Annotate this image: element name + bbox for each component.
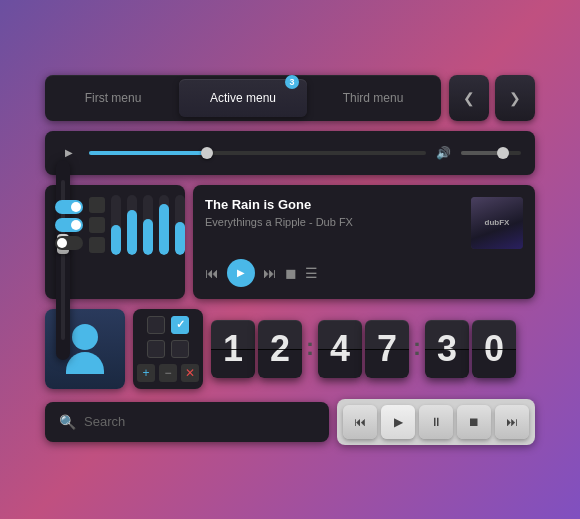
search-placeholder: Search bbox=[84, 414, 125, 429]
toggle-1 bbox=[55, 200, 83, 214]
tab-active-label: Active menu bbox=[210, 91, 276, 105]
flip-seconds: 3 0 bbox=[425, 320, 516, 378]
eq-bar-3[interactable] bbox=[143, 195, 153, 255]
nav-next-button[interactable]: ❯ bbox=[495, 75, 535, 121]
chevron-right-icon: ❯ bbox=[509, 90, 521, 106]
cb-actions: + − ✕ bbox=[137, 364, 199, 382]
search-bar[interactable]: 🔍 Search bbox=[45, 402, 329, 442]
flip-colon-2: : bbox=[413, 333, 421, 365]
nav-buttons: ❮ ❯ bbox=[449, 75, 535, 121]
mc-stop-button[interactable]: ⏹ bbox=[457, 405, 491, 439]
track-title: The Rain is Gone bbox=[205, 197, 461, 212]
toggle-switch-3[interactable] bbox=[55, 236, 83, 250]
toggle-knob-1 bbox=[71, 202, 81, 212]
media-bar: ▶ 🔊 bbox=[45, 131, 535, 175]
sq-btn-2[interactable] bbox=[89, 217, 105, 233]
checkbox-4[interactable] bbox=[171, 340, 189, 358]
flip-h1: 1 bbox=[223, 331, 243, 367]
eq-bar-2[interactable] bbox=[127, 195, 137, 255]
volume-track[interactable] bbox=[461, 151, 521, 155]
track-controls: ⏮ ▶ ⏭ ◼ ☰ bbox=[205, 259, 523, 287]
mc-fast-forward-button[interactable]: ⏭ bbox=[495, 405, 529, 439]
checkbox-3[interactable] bbox=[147, 340, 165, 358]
fast-forward-icon: ⏭ bbox=[506, 415, 518, 429]
toggle-switch-1[interactable] bbox=[55, 200, 83, 214]
flip-hours: 1 2 bbox=[211, 320, 302, 378]
stop-button[interactable]: ◼ bbox=[285, 265, 297, 281]
toggle-group bbox=[55, 200, 83, 250]
tab-third-label: Third menu bbox=[343, 91, 404, 105]
flip-sec-2: 0 bbox=[472, 320, 516, 378]
flip-h2: 2 bbox=[270, 331, 290, 367]
speaker-icon: 🔊 bbox=[436, 146, 451, 160]
rewind-icon: ⏮ bbox=[354, 415, 366, 429]
skip-forward-button[interactable]: ⏭ bbox=[263, 265, 277, 281]
eq-fill-5 bbox=[175, 222, 185, 255]
delete-button[interactable]: ✕ bbox=[181, 364, 199, 382]
mc-rewind-button[interactable]: ⏮ bbox=[343, 405, 377, 439]
avatar-icon-wrapper bbox=[66, 324, 104, 374]
eq-top bbox=[55, 195, 175, 255]
tab-third[interactable]: Third menu bbox=[309, 79, 437, 117]
eq-fill-3 bbox=[143, 219, 153, 255]
flip-hour-2: 2 bbox=[258, 320, 302, 378]
row-eq-track: The Rain is Gone Everythings a Ripple - … bbox=[45, 185, 535, 299]
eq-fill-4 bbox=[159, 204, 169, 255]
chevron-left-icon: ❮ bbox=[463, 90, 475, 106]
flip-s2: 0 bbox=[484, 331, 504, 367]
sq-btn-3[interactable] bbox=[89, 237, 105, 253]
avatar-head bbox=[72, 324, 98, 350]
toggle-knob-2 bbox=[71, 220, 81, 230]
volume-icon[interactable]: 🔊 bbox=[436, 146, 451, 160]
track-info-row: The Rain is Gone Everythings a Ripple - … bbox=[205, 197, 523, 249]
menu-button[interactable]: ☰ bbox=[305, 265, 318, 281]
checkbox-1[interactable] bbox=[147, 316, 165, 334]
toggle-switch-2[interactable] bbox=[55, 218, 83, 232]
flip-m2: 7 bbox=[377, 331, 397, 367]
tab-active[interactable]: Active menu 3 bbox=[179, 79, 307, 117]
album-text: dubFX bbox=[485, 218, 510, 228]
main-wrapper: First menu Active menu 3 Third menu ❮ ❯ bbox=[0, 0, 580, 519]
volume-thumb[interactable] bbox=[497, 147, 509, 159]
add-button[interactable]: + bbox=[137, 364, 155, 382]
flip-sec-1: 3 bbox=[425, 320, 469, 378]
play-button-main[interactable]: ▶ bbox=[227, 259, 255, 287]
flip-s1: 3 bbox=[437, 331, 457, 367]
flip-colon-1: : bbox=[306, 333, 314, 365]
progress-track[interactable] bbox=[89, 151, 426, 155]
flip-minutes: 4 7 bbox=[318, 320, 409, 378]
flip-clock: 1 2 : 4 7 : bbox=[211, 320, 516, 378]
tab-first[interactable]: First menu bbox=[49, 79, 177, 117]
album-art-inner: dubFX bbox=[471, 197, 523, 249]
eq-fill-1 bbox=[111, 225, 121, 255]
track-panel: The Rain is Gone Everythings a Ripple - … bbox=[193, 185, 535, 299]
play-icon: ▶ bbox=[394, 415, 403, 429]
row-tabs: First menu Active menu 3 Third menu ❮ ❯ bbox=[45, 75, 535, 121]
track-text: The Rain is Gone Everythings a Ripple - … bbox=[205, 197, 461, 228]
skip-back-button[interactable]: ⏮ bbox=[205, 265, 219, 281]
toggle-3 bbox=[55, 236, 83, 250]
progress-thumb[interactable] bbox=[201, 147, 213, 159]
stop-icon: ⏹ bbox=[468, 415, 480, 429]
small-buttons bbox=[89, 197, 105, 253]
checkbox-2[interactable] bbox=[171, 316, 189, 334]
minus-button[interactable]: − bbox=[159, 364, 177, 382]
eq-bar-5[interactable] bbox=[175, 195, 185, 255]
flip-min-1: 4 bbox=[318, 320, 362, 378]
play-icon-small: ▶ bbox=[65, 147, 73, 158]
pause-icon: ⏸ bbox=[430, 415, 442, 429]
eq-bar-4[interactable] bbox=[159, 195, 169, 255]
cb-row-1 bbox=[147, 316, 189, 334]
flip-min-2: 7 bbox=[365, 320, 409, 378]
tab-menu: First menu Active menu 3 Third menu bbox=[45, 75, 441, 121]
sq-btn-1[interactable] bbox=[89, 197, 105, 213]
eq-fill-2 bbox=[127, 210, 137, 255]
eq-bar-1[interactable] bbox=[111, 195, 121, 255]
vertical-slider[interactable] bbox=[56, 160, 70, 360]
search-icon: 🔍 bbox=[59, 414, 76, 430]
mc-pause-button[interactable]: ⏸ bbox=[419, 405, 453, 439]
mc-play-button[interactable]: ▶ bbox=[381, 405, 415, 439]
media-controls-bar: ⏮ ▶ ⏸ ⏹ ⏭ bbox=[337, 399, 535, 445]
nav-prev-button[interactable]: ❮ bbox=[449, 75, 489, 121]
toggle-2 bbox=[55, 218, 83, 232]
